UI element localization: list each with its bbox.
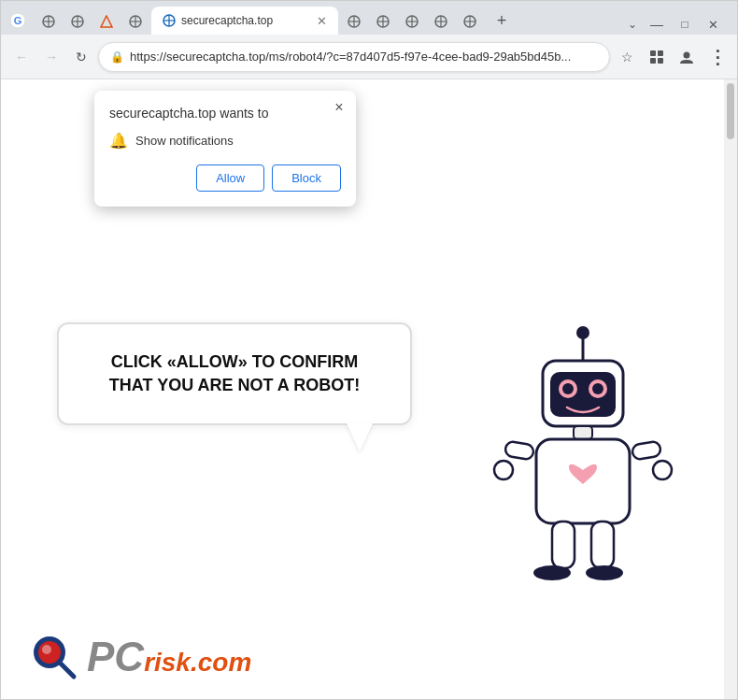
svg-point-46 [494, 461, 513, 479]
pcrisk-dotcom-text: .com [191, 648, 251, 678]
permission-text: Show notifications [135, 134, 234, 148]
tab-icon-6[interactable] [369, 8, 397, 35]
svg-rect-43 [574, 426, 592, 439]
svg-rect-49 [552, 521, 575, 568]
tab-bar: G securecaptcha.top [1, 1, 737, 35]
active-tab[interactable]: securecaptcha.top ✕ [151, 7, 338, 35]
profile-button[interactable] [674, 44, 700, 70]
scrollbar[interactable] [724, 79, 737, 699]
pcrisk-icon [29, 632, 79, 682]
svg-rect-51 [591, 521, 614, 568]
svg-rect-38 [550, 372, 616, 417]
popup-title: securecaptcha.top wants to [109, 106, 341, 121]
address-bar[interactable]: 🔒 https://securecaptcha.top/ms/robot4/?c… [98, 42, 610, 72]
tab-icon-3[interactable] [92, 8, 121, 35]
popup-buttons: Allow Block [109, 164, 341, 192]
pcrisk-pc-text: PC [87, 634, 144, 680]
block-button[interactable]: Block [272, 164, 341, 192]
new-tab-button[interactable]: + [488, 7, 516, 35]
tab-list-button[interactable]: ⌄ [623, 15, 642, 34]
robot-illustration [485, 325, 681, 624]
svg-point-42 [592, 383, 603, 394]
svg-rect-30 [650, 50, 656, 56]
bell-icon: 🔔 [109, 132, 128, 150]
svg-rect-32 [650, 58, 656, 64]
forward-button[interactable]: → [38, 44, 64, 70]
active-tab-title: securecaptcha.top [181, 14, 273, 27]
tab-icon-9[interactable] [456, 8, 484, 35]
svg-text:G: G [14, 15, 22, 26]
svg-point-34 [684, 51, 690, 58]
google-favicon: G [9, 12, 26, 29]
menu-button[interactable]: ⋮ [703, 44, 730, 70]
svg-point-36 [576, 326, 589, 339]
browser-frame: G securecaptcha.top [0, 0, 738, 700]
pcrisk-risk-text: risk [144, 648, 191, 678]
lock-icon: 🔒 [110, 50, 124, 64]
address-actions: ☆ ⋮ [614, 44, 730, 70]
svg-rect-31 [658, 50, 663, 56]
svg-rect-33 [658, 58, 663, 64]
svg-point-55 [42, 645, 51, 654]
maximize-button[interactable]: □ [672, 14, 698, 35]
svg-rect-47 [632, 441, 661, 461]
extensions-button[interactable] [644, 44, 670, 70]
tab-icon-8[interactable] [427, 8, 455, 35]
tab-icon-7[interactable] [398, 8, 426, 35]
bookmark-button[interactable]: ☆ [614, 44, 640, 70]
svg-marker-8 [101, 16, 112, 27]
tab-icon-5[interactable] [340, 8, 368, 35]
svg-point-41 [562, 383, 574, 394]
svg-point-48 [653, 461, 672, 479]
svg-rect-45 [504, 441, 534, 461]
close-window-button[interactable]: ✕ [700, 14, 726, 35]
pcrisk-logo: PC risk .com [29, 632, 251, 682]
pcrisk-text: PC risk .com [87, 634, 251, 680]
address-bar-area: ← → ↻ 🔒 https://securecaptcha.top/ms/rob… [1, 35, 737, 79]
scrollbar-thumb[interactable] [727, 83, 734, 139]
notification-permission-row: 🔔 Show notifications [109, 132, 341, 150]
tab-close-btn[interactable]: ✕ [317, 14, 327, 28]
popup-close-button[interactable]: × [330, 98, 348, 117]
speech-bubble-container: CLICK «ALLOW» TO CONFIRM THAT YOU ARE NO… [57, 322, 412, 425]
reload-button[interactable]: ↻ [68, 44, 94, 70]
tab-icon-2[interactable] [64, 8, 92, 35]
speech-bubble: CLICK «ALLOW» TO CONFIRM THAT YOU ARE NO… [57, 322, 412, 425]
svg-point-50 [533, 565, 571, 580]
page-area: × securecaptcha.top wants to 🔔 Show noti… [1, 79, 737, 699]
tab-icon-4[interactable] [121, 8, 149, 35]
url-text: https://securecaptcha.top/ms/robot4/?c=8… [130, 50, 598, 64]
robot-svg [485, 325, 681, 615]
tab-icon-1[interactable] [35, 8, 63, 35]
allow-button[interactable]: Allow [196, 164, 264, 192]
back-button[interactable]: ← [8, 44, 35, 70]
svg-point-52 [586, 565, 623, 580]
active-tab-favicon [163, 14, 176, 27]
notification-permission-popup: × securecaptcha.top wants to 🔔 Show noti… [94, 91, 356, 207]
minimize-button[interactable]: — [644, 14, 670, 35]
speech-bubble-text: CLICK «ALLOW» TO CONFIRM THAT YOU ARE NO… [92, 350, 376, 397]
svg-line-56 [60, 663, 74, 677]
